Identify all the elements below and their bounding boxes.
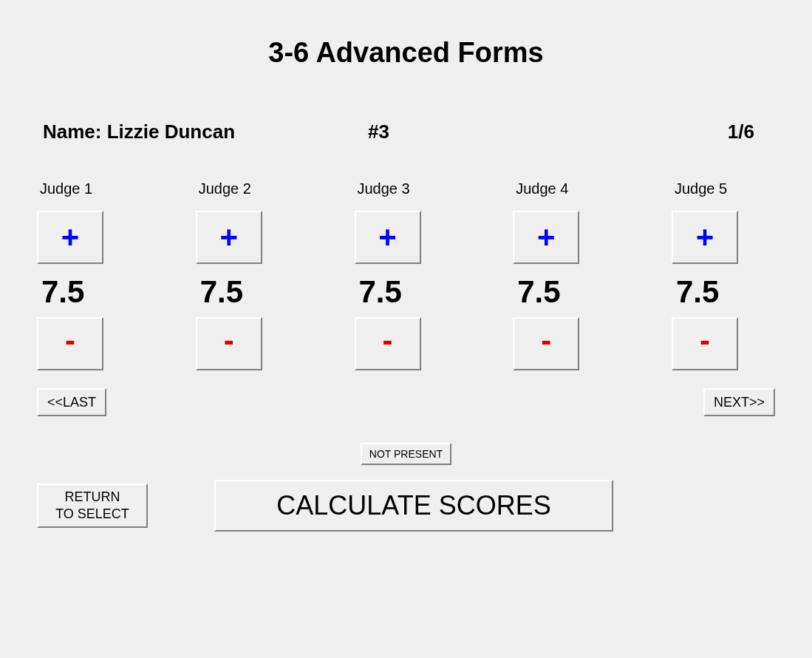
return-to-select-button[interactable]: RETURN TO SELECT [37, 484, 148, 528]
judges-row: Judge 1 + 7.5 - Judge 2 + 7.5 - Judge 3 … [37, 180, 775, 370]
judge-column-2: Judge 2 + 7.5 - [196, 180, 299, 370]
judge-2-minus-button[interactable]: - [196, 317, 262, 370]
judge-4-label: Judge 4 [513, 180, 568, 197]
judge-3-minus-button[interactable]: - [355, 317, 421, 370]
judge-5-minus-button[interactable]: - [672, 317, 738, 370]
judge-1-score: 7.5 [41, 274, 84, 310]
judge-1-plus-button[interactable]: + [37, 211, 103, 264]
bottom-row: RETURN TO SELECT CALCULATE SCORES [37, 480, 775, 532]
judge-2-plus-button[interactable]: + [196, 211, 262, 264]
judge-1-minus-button[interactable]: - [37, 317, 103, 370]
judge-5-score: 7.5 [676, 274, 719, 310]
judge-column-1: Judge 1 + 7.5 - [37, 180, 140, 370]
judge-4-minus-button[interactable]: - [513, 317, 579, 370]
not-present-button[interactable]: NOT PRESENT [361, 443, 451, 465]
page-title: 3-6 Advanced Forms [37, 37, 775, 69]
judge-2-label: Judge 2 [196, 180, 251, 197]
competitor-number: #3 [368, 121, 516, 143]
judge-4-plus-button[interactable]: + [513, 211, 579, 264]
middle-section: NOT PRESENT [37, 443, 775, 465]
judge-3-plus-button[interactable]: + [355, 211, 421, 264]
judge-column-3: Judge 3 + 7.5 - [355, 180, 458, 370]
judge-column-5: Judge 5 + 7.5 - [672, 180, 775, 370]
nav-row: <<LAST NEXT>> [37, 388, 775, 416]
info-row: Name: Lizzie Duncan #3 1/6 [37, 121, 775, 143]
judge-5-label: Judge 5 [672, 180, 727, 197]
judge-3-label: Judge 3 [355, 180, 410, 197]
calculate-scores-button[interactable]: CALCULATE SCORES [214, 480, 613, 532]
competitor-name: Name: Lizzie Duncan [43, 121, 368, 143]
last-button[interactable]: <<LAST [37, 388, 106, 416]
judge-3-score: 7.5 [359, 274, 402, 310]
next-button[interactable]: NEXT>> [703, 388, 775, 416]
judge-column-4: Judge 4 + 7.5 - [513, 180, 616, 370]
judge-2-score: 7.5 [200, 274, 243, 310]
judge-5-plus-button[interactable]: + [672, 211, 738, 264]
progress-indicator: 1/6 [516, 121, 769, 143]
judge-1-label: Judge 1 [37, 180, 92, 197]
judge-4-score: 7.5 [517, 274, 560, 310]
